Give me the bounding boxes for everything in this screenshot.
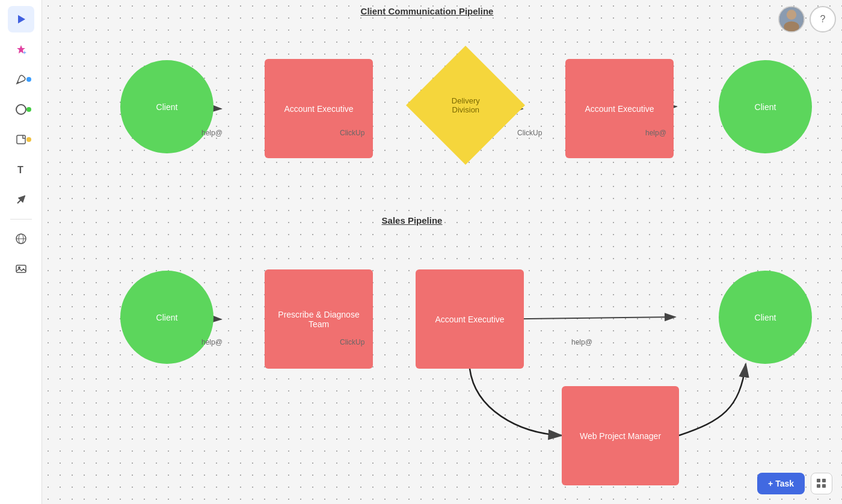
node-client-1[interactable]: Client <box>120 60 214 153</box>
label-clickup-2: ClickUp <box>517 129 542 137</box>
toolbar-divider <box>10 219 32 220</box>
circle-dot <box>26 107 31 112</box>
svg-rect-16 <box>817 479 820 482</box>
toolbar: + T <box>0 0 42 504</box>
pipeline2-title: Sales Pipeline <box>337 215 487 226</box>
svg-line-6 <box>17 196 25 203</box>
node-account-exec-2[interactable]: Account Executive <box>565 59 674 158</box>
tool-circle[interactable] <box>8 96 34 123</box>
pen-dot <box>26 77 31 82</box>
label-help-4: help@ <box>571 338 592 346</box>
tool-play[interactable] <box>8 6 34 32</box>
tool-add[interactable]: + <box>8 36 34 63</box>
tool-globe[interactable] <box>8 226 34 252</box>
tool-note[interactable] <box>8 126 34 153</box>
arrow-r5-c4 <box>679 364 746 435</box>
canvas[interactable]: Client Communication Pipeline Client Acc… <box>42 0 842 504</box>
node-client-4[interactable]: Client <box>719 271 812 364</box>
svg-rect-11 <box>16 265 26 272</box>
node-delivery-division[interactable]: Delivery Division <box>406 46 525 165</box>
top-right-controls: ? <box>778 6 836 32</box>
label-clickup-3: ClickUp <box>340 338 364 346</box>
svg-text:+: + <box>23 49 26 56</box>
add-task-button[interactable]: + Task <box>757 473 805 494</box>
tool-pen[interactable] <box>8 66 34 93</box>
tool-text[interactable]: T <box>8 156 34 183</box>
avatar[interactable] <box>778 6 805 32</box>
svg-rect-18 <box>817 484 820 488</box>
node-web-project-manager[interactable]: Web Project Manager <box>562 386 679 485</box>
label-help-3: help@ <box>201 338 223 346</box>
arrow-r4-r5 <box>470 369 562 435</box>
svg-rect-19 <box>822 484 826 488</box>
tool-image[interactable] <box>8 256 34 282</box>
tool-arrow[interactable] <box>8 186 34 213</box>
svg-text:T: T <box>17 165 23 175</box>
label-help-1: help@ <box>201 129 223 137</box>
grid-view-button[interactable] <box>811 473 832 494</box>
bottom-right-controls: + Task <box>757 473 832 494</box>
svg-point-3 <box>16 105 26 114</box>
note-dot <box>26 137 31 142</box>
label-clickup-1: ClickUp <box>340 129 364 137</box>
node-account-exec-1[interactable]: Account Executive <box>265 59 373 158</box>
help-button[interactable]: ? <box>810 6 836 32</box>
pipeline1-title: Client Communication Pipeline <box>331 6 523 16</box>
node-client-2[interactable]: Client <box>719 60 812 153</box>
label-help-2: help@ <box>645 129 666 137</box>
svg-rect-4 <box>17 135 25 144</box>
svg-point-14 <box>787 10 796 19</box>
node-account-exec-3[interactable]: Account Executive <box>416 269 524 369</box>
node-prescribe-diagnose[interactable]: Prescribe & Diagnose Team <box>265 269 373 369</box>
node-client-3[interactable]: Client <box>120 271 214 364</box>
svg-rect-17 <box>822 479 826 482</box>
svg-marker-1 <box>18 15 25 23</box>
